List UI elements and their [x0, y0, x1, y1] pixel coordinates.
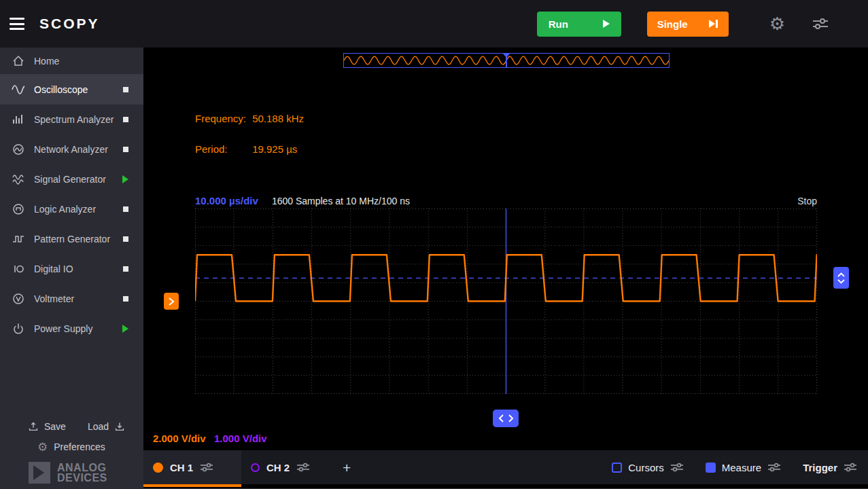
run-button[interactable]: Run — [537, 12, 621, 37]
scope-plot — [195, 209, 817, 394]
analog-devices-mark-icon — [27, 460, 52, 485]
ch2-color-dot-icon — [251, 463, 260, 472]
sidebar-item-voltmeter[interactable]: Voltmeter — [0, 284, 143, 314]
measurement-label: Frequency: — [195, 113, 249, 124]
gear-icon[interactable]: ⚙ — [769, 15, 785, 33]
load-label: Load — [88, 421, 109, 432]
measure-label[interactable]: Measure — [722, 462, 761, 473]
sidebar-item-label: Voltmeter — [34, 293, 115, 304]
sidebar-item-oscilloscope[interactable]: Oscilloscope — [0, 75, 143, 105]
sidebar-item-network-analyzer[interactable]: Network Analyzer — [0, 134, 143, 164]
skip-to-end-icon — [709, 18, 718, 30]
ch1-settings-sliders-icon[interactable] — [200, 463, 213, 472]
sidebar-item-label: Power Supply — [34, 323, 114, 334]
scopy-app: SCOPY Run Single ⚙ — [0, 0, 868, 489]
chevron-up-icon — [837, 272, 845, 277]
measure-settings-sliders-icon[interactable] — [767, 463, 781, 472]
cursors-checkbox[interactable] — [612, 463, 622, 473]
chevron-right-icon — [508, 414, 514, 422]
pattern-generator-icon — [11, 232, 26, 246]
ch2-scale-label[interactable]: 1.000 V/div — [214, 433, 267, 444]
measurement-period: Period: 19.925 µs — [195, 143, 304, 157]
sidebar-item-pattern-generator[interactable]: Pattern Generator — [0, 224, 143, 254]
sidebar-item-logic-analyzer[interactable]: Logic Analyzer — [0, 194, 143, 224]
signal-generator-icon — [11, 173, 26, 186]
save-upload-icon — [27, 420, 39, 433]
bottom-right-controls: Cursors Measure — [612, 462, 868, 473]
trigger-settings-sliders-icon[interactable] — [844, 463, 857, 472]
ch1-offset-handle[interactable] — [164, 293, 179, 310]
save-button[interactable]: Save — [27, 420, 66, 433]
ch2-label: CH 2 — [266, 462, 290, 473]
stop-indicator-icon — [123, 266, 128, 272]
sidebar-item-label: Signal Generator — [34, 174, 114, 185]
measurement-label: Period: — [195, 143, 249, 155]
sidebar-bottom: Save Load ⚙ Preferences ANALOG DEVICES — [0, 416, 143, 489]
menu-icon[interactable] — [10, 17, 27, 31]
topbar: SCOPY Run Single ⚙ — [0, 0, 868, 48]
sidebar-item-digital-io[interactable]: Digital IO — [0, 254, 143, 284]
horizontal-position-handle[interactable] — [493, 410, 519, 427]
stop-indicator-icon — [123, 296, 128, 302]
save-label: Save — [44, 421, 66, 432]
samples-label: 1600 Samples at 10 MHz/100 ns — [272, 196, 410, 206]
measure-checkbox[interactable] — [706, 463, 716, 473]
channel-tab-strip — [143, 484, 868, 489]
trigger-level-handle[interactable] — [833, 267, 849, 289]
add-channel-button[interactable]: + — [343, 460, 351, 475]
load-button[interactable]: Load — [88, 420, 126, 433]
stop-indicator-icon — [123, 117, 128, 122]
sidebar-item-label: Digital IO — [34, 264, 115, 274]
home-icon — [11, 54, 26, 68]
plot-header: 10.000 µs/div 1600 Samples at 10 MHz/100… — [195, 195, 817, 206]
logic-analyzer-icon — [11, 202, 26, 216]
ch2-settings-sliders-icon[interactable] — [296, 463, 310, 472]
preferences-gear-icon: ⚙ — [37, 440, 48, 454]
app-logo: SCOPY — [39, 16, 100, 32]
channel-bar: CH 1 CH 2 + — [143, 450, 868, 484]
cursors-group: Cursors — [612, 462, 684, 473]
topbar-right: Run Single ⚙ — [537, 12, 868, 37]
general-settings-sliders-icon[interactable] — [812, 18, 829, 30]
voltmeter-icon — [11, 292, 26, 306]
stop-indicator-icon — [123, 206, 128, 212]
power-supply-icon — [11, 322, 26, 336]
sidebar-item-home[interactable]: Home — [0, 48, 143, 75]
stop-indicator-icon — [123, 87, 128, 92]
digital-io-icon — [11, 262, 26, 276]
sidebar-item-spectrum-analyzer[interactable]: Spectrum Analyzer — [0, 105, 143, 134]
sidebar-item-power-supply[interactable]: Power Supply — [0, 314, 143, 344]
single-label: Single — [657, 18, 688, 30]
chevron-right-icon — [168, 297, 175, 306]
cursors-label[interactable]: Cursors — [628, 462, 664, 473]
oscilloscope-icon — [11, 83, 26, 96]
sidebar-item-label: Pattern Generator — [34, 234, 115, 244]
stop-indicator-icon — [123, 147, 128, 152]
sidebar-item-label: Oscilloscope — [34, 84, 115, 95]
analog-devices-logo: ANALOG DEVICES — [0, 456, 143, 485]
chevron-down-icon — [837, 279, 845, 284]
topbar-left: SCOPY — [0, 16, 100, 32]
trigger-label[interactable]: Trigger — [803, 462, 837, 473]
single-button[interactable]: Single — [647, 12, 729, 37]
scope-grid[interactable] — [195, 209, 817, 394]
ch1-label: CH 1 — [170, 462, 193, 473]
load-download-icon — [114, 420, 126, 433]
ch2-tab[interactable]: CH 2 — [241, 450, 333, 484]
cursors-settings-sliders-icon[interactable] — [670, 463, 684, 472]
trigger-group: Trigger — [803, 462, 857, 473]
measure-group: Measure — [706, 462, 781, 473]
sidebar-item-signal-generator[interactable]: Signal Generator — [0, 164, 143, 194]
ch1-scale-label[interactable]: 2.000 V/div — [153, 433, 206, 444]
oscilloscope-main: Frequency: 50.188 kHz Period: 19.925 µs … — [143, 48, 868, 450]
measurement-value: 19.925 µs — [252, 143, 297, 155]
stop-indicator-icon — [123, 236, 128, 242]
acquisition-preview[interactable] — [343, 53, 670, 68]
measurement-frequency: Frequency: 50.188 kHz — [195, 113, 304, 126]
preferences-label: Preferences — [54, 441, 105, 452]
measurements-panel: Frequency: 50.188 kHz Period: 19.925 µs — [195, 113, 304, 174]
preferences-button[interactable]: ⚙ Preferences — [0, 437, 143, 456]
acquisition-preview-waveform — [344, 54, 669, 67]
ch1-tab[interactable]: CH 1 — [143, 450, 241, 484]
run-label: Run — [549, 18, 568, 30]
